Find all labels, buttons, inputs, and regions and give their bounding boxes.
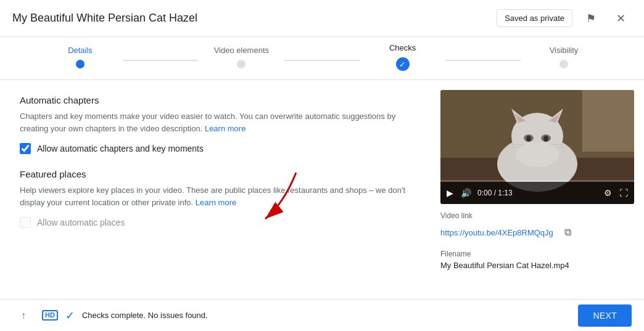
- automatic-chapters-checkbox-label: Allow automatic chapters and key moments: [37, 144, 204, 153]
- copy-icon: ⧉: [564, 227, 571, 237]
- volume-button[interactable]: 🔊: [460, 188, 473, 198]
- step-connector-1: [123, 60, 198, 61]
- step-connector-2: [284, 60, 359, 61]
- flag-icon: ⚑: [586, 12, 596, 25]
- featured-places-learn-more[interactable]: Learn more: [196, 198, 236, 207]
- main-area: Automatic chapters Chapters and key mome…: [0, 80, 644, 299]
- step-visibility-label: Visibility: [550, 46, 579, 55]
- steps-bar: Details Video elements Checks ✓ Visibili…: [0, 37, 644, 80]
- progress-bar-bg: [440, 180, 634, 182]
- video-link-section: Video link https://youtu.be/4XEp8RMQqJg …: [440, 211, 634, 242]
- footer-status: Checks complete. No issues found.: [82, 311, 208, 320]
- settings-button[interactable]: ⚙: [603, 188, 613, 198]
- upload-button[interactable]: ↑: [12, 304, 35, 327]
- filename-value: My Beautiful Persian Cat Hazel.mp4: [440, 261, 634, 270]
- automatic-chapters-checkbox-row: Allow automatic chapters and key moments: [20, 143, 421, 154]
- close-button[interactable]: ✕: [609, 7, 632, 30]
- step-details-label: Details: [68, 46, 93, 55]
- filename-label: Filename: [440, 250, 634, 258]
- video-link-label: Video link: [440, 211, 634, 220]
- featured-places-desc: Help viewers explore key places in your …: [20, 184, 421, 208]
- step-video-elements[interactable]: Video elements: [198, 46, 284, 68]
- featured-places-checkbox-row: Allow automatic places: [20, 217, 421, 228]
- featured-places-checkbox: [20, 217, 31, 228]
- upload-icon: ↑: [21, 310, 26, 321]
- step-connector-3: [446, 60, 521, 61]
- step-visibility[interactable]: Visibility: [521, 46, 607, 68]
- flag-button[interactable]: ⚑: [580, 7, 602, 30]
- footer-left: ↑ HD ✓ Checks complete. No issues found.: [12, 304, 208, 327]
- svg-rect-20: [582, 90, 634, 152]
- hd-badge: HD: [42, 310, 58, 321]
- play-button[interactable]: ▶: [445, 188, 455, 198]
- saved-badge: Saved as private: [497, 9, 572, 27]
- header: My Beautiful White Persian Cat Hazel Sav…: [0, 0, 644, 37]
- step-video-elements-label: Video elements: [214, 46, 269, 55]
- step-checks-label: Checks: [389, 43, 416, 52]
- featured-places-section: Featured places Help viewers explore key…: [20, 169, 421, 228]
- automatic-chapters-title: Automatic chapters: [20, 95, 421, 105]
- automatic-chapters-learn-more[interactable]: Learn more: [205, 124, 246, 133]
- step-visibility-dot: [559, 60, 568, 68]
- automatic-chapters-checkbox[interactable]: [20, 143, 31, 154]
- time-display: 0:00 / 1:13: [477, 189, 598, 197]
- header-actions: Saved as private ⚑ ✕: [497, 7, 632, 30]
- video-thumbnail: ▶ 🔊 0:00 / 1:13 ⚙ ⛶: [440, 90, 634, 204]
- step-video-elements-dot: [237, 60, 246, 68]
- right-panel: ▶ 🔊 0:00 / 1:13 ⚙ ⛶ Video link https://y…: [440, 80, 644, 299]
- video-link-row: https://youtu.be/4XEp8RMQqJg ⧉: [440, 223, 634, 242]
- next-button[interactable]: NEXT: [578, 304, 632, 327]
- step-checks[interactable]: Checks ✓: [360, 43, 446, 71]
- copy-link-button[interactable]: ⧉: [558, 223, 578, 242]
- automatic-chapters-desc: Chapters and key moments make your video…: [20, 110, 421, 134]
- steps-wrapper: Details Video elements Checks ✓ Visibili…: [0, 43, 644, 71]
- filename-section: Filename My Beautiful Persian Cat Hazel.…: [440, 250, 634, 270]
- automatic-chapters-section: Automatic chapters Chapters and key mome…: [20, 95, 421, 154]
- check-complete-icon: ✓: [65, 309, 75, 322]
- video-controls: ▶ 🔊 0:00 / 1:13 ⚙ ⛶: [440, 182, 634, 204]
- footer: ↑ HD ✓ Checks complete. No issues found.…: [0, 299, 644, 331]
- close-icon: ✕: [616, 12, 625, 25]
- fullscreen-button[interactable]: ⛶: [618, 188, 629, 198]
- step-details[interactable]: Details: [37, 46, 123, 68]
- video-url-link[interactable]: https://youtu.be/4XEp8RMQqJg: [440, 228, 553, 237]
- content-area: Automatic chapters Chapters and key mome…: [0, 80, 440, 299]
- featured-places-title: Featured places: [20, 169, 421, 179]
- step-details-dot: [76, 60, 85, 68]
- step-checks-dot: ✓: [396, 57, 410, 71]
- featured-places-checkbox-label: Allow automatic places: [37, 218, 125, 227]
- video-title: My Beautiful White Persian Cat Hazel: [12, 12, 197, 25]
